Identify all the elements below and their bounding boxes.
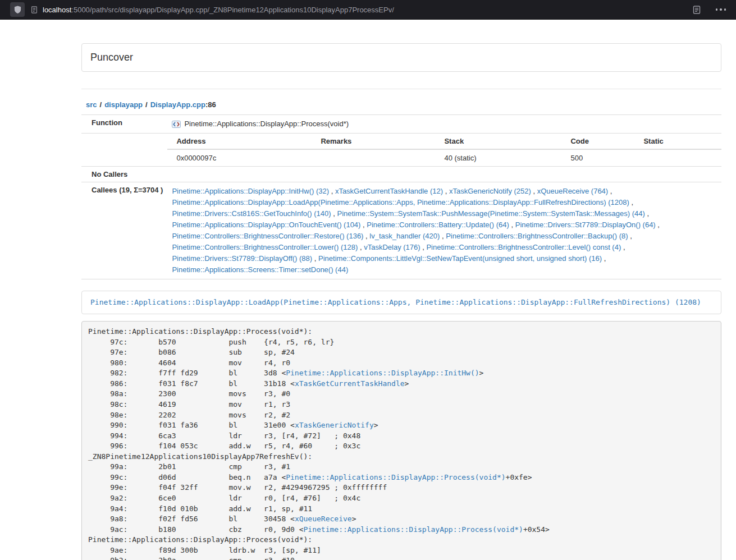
symbol-link[interactable]: Pinetime::Applications::DisplayApp::Proc… (286, 473, 505, 481)
callees-list: Pinetime::Applications::DisplayApp::Init… (167, 182, 721, 279)
callee-link[interactable]: Pinetime::Drivers::Cst816S::GetTouchInfo… (172, 209, 331, 218)
reader-view-icon (692, 5, 701, 15)
symbol-link[interactable]: Pinetime::Applications::DisplayApp::Proc… (304, 525, 523, 534)
symbol-link[interactable]: Pinetime::Applications::DisplayApp::Init… (286, 369, 479, 377)
callee-link[interactable]: Pinetime::Controllers::BrightnessControl… (172, 232, 363, 240)
function-cell: Pinetime::Applications::DisplayApp::Proc… (167, 115, 721, 134)
metrics-cell: Address Remarks Stack Code Static 0x0000… (167, 134, 721, 167)
column-header-stack: Stack (440, 134, 566, 149)
callees-header: Callees (19, Σ=3704 ) (81, 182, 167, 279)
metrics-row: Address Remarks Stack Code Static 0x0000… (81, 134, 721, 167)
column-header-remarks: Remarks (316, 134, 440, 149)
related-symbol-link[interactable]: Pinetime::Applications::DisplayApp::Load… (90, 298, 701, 306)
app-header-panel: Puncover (81, 43, 721, 72)
function-name: Pinetime::Applications::DisplayApp::Proc… (184, 118, 349, 130)
breadcrumb-line-number: :86 (205, 100, 216, 109)
callee-link[interactable]: vTaskDelay (176) (364, 243, 420, 251)
function-table: Function Pinetime::Applications::Display… (81, 114, 721, 279)
callee-link[interactable]: Pinetime::System::SystemTask::PushMessag… (337, 209, 645, 218)
page-icon (30, 6, 38, 14)
browser-menu-button[interactable] (716, 8, 726, 11)
callee-link[interactable]: xTaskGetCurrentTaskHandle (12) (335, 187, 443, 195)
browser-toolbar: localhost:5000/path/src/displayapp/Displ… (0, 0, 736, 20)
callee-link[interactable]: Pinetime::Drivers::St7789::DisplayOff() … (172, 254, 312, 263)
no-callers-header: No Callers (81, 167, 167, 182)
metrics-value-row: 0x0000097c 40 (static) 500 (167, 149, 721, 166)
callee-link[interactable]: lv_task_handler (420) (369, 232, 440, 240)
callee-link[interactable]: Pinetime::Drivers::St7789::DisplayOn() (… (515, 221, 656, 229)
url-path: :5000/path/src/displayapp/DisplayApp.cpp… (71, 6, 394, 14)
column-header-static: Static (639, 134, 721, 149)
breadcrumb-separator: / (100, 100, 102, 109)
callees-row: Callees (19, Σ=3704 ) Pinetime::Applicat… (81, 182, 721, 279)
url-bar[interactable]: localhost:5000/path/src/displayapp/Displ… (43, 6, 692, 14)
menu-dot-icon (724, 8, 726, 11)
column-header-code: Code (566, 134, 639, 149)
callee-link[interactable]: Pinetime::Components::LittleVgl::SetNewT… (318, 254, 602, 263)
breadcrumb-separator: / (145, 100, 148, 109)
no-callers-cell (167, 167, 721, 182)
metrics-header-row: Address Remarks Stack Code Static (167, 134, 721, 149)
url-host: localhost (43, 6, 71, 14)
disassembly-code: Pinetime::Applications::DisplayApp::Proc… (81, 321, 721, 560)
callee-link[interactable]: Pinetime::Applications::DisplayApp::Load… (172, 198, 629, 206)
breadcrumb-link-src[interactable]: src (86, 100, 97, 109)
stack-value: 40 (static) (440, 149, 566, 166)
callee-link[interactable]: Pinetime::Applications::Screens::Timer::… (172, 265, 348, 274)
tracking-protection-button[interactable] (10, 2, 25, 17)
breadcrumb-link-displayapp[interactable]: displayapp (104, 100, 143, 109)
divider (81, 89, 721, 89)
static-value (639, 149, 721, 166)
reader-view-button[interactable] (692, 5, 701, 15)
no-callers-row: No Callers (81, 167, 721, 182)
site-identity-button[interactable] (30, 6, 38, 14)
callee-link[interactable]: xQueueReceive (764) (537, 187, 608, 195)
toolbar-right (692, 5, 730, 15)
metrics-row-header (81, 134, 167, 167)
callee-link[interactable]: Pinetime::Applications::DisplayApp::OnTo… (172, 221, 360, 229)
metrics-table: Address Remarks Stack Code Static 0x0000… (167, 134, 721, 166)
symbol-link[interactable]: xQueueReceive (295, 515, 352, 523)
callee-link[interactable]: Pinetime::Controllers::Battery::Update()… (367, 221, 509, 229)
function-row-header: Function (81, 115, 167, 134)
page-content: Puncover src/displayapp/DisplayApp.cpp:8… (81, 43, 721, 560)
shield-icon (13, 5, 22, 14)
menu-dot-icon (720, 8, 722, 11)
callee-link[interactable]: xTaskGenericNotify (252) (449, 187, 531, 195)
menu-dot-icon (716, 8, 718, 11)
function-row: Function Pinetime::Applications::Display… (81, 115, 721, 134)
callee-link[interactable]: Pinetime::Controllers::BrightnessControl… (172, 243, 358, 251)
code-value: 500 (566, 149, 639, 166)
function-icon (172, 120, 181, 128)
callee-link[interactable]: Pinetime::Controllers::BrightnessControl… (446, 232, 628, 240)
related-symbol-panel: Pinetime::Applications::DisplayApp::Load… (81, 291, 721, 314)
callee-link[interactable]: Pinetime::Controllers::BrightnessControl… (426, 243, 621, 251)
symbol-link[interactable]: xTaskGetCurrentTaskHandle (295, 379, 405, 388)
app-title: Puncover (82, 44, 721, 71)
breadcrumb: src/displayapp/DisplayApp.cpp:86 (86, 100, 721, 109)
remarks-value (316, 149, 440, 166)
address-value: 0x0000097c (167, 149, 316, 166)
column-header-address: Address (167, 134, 316, 149)
callee-link[interactable]: Pinetime::Applications::DisplayApp::Init… (172, 187, 329, 195)
breadcrumb-link-file[interactable]: DisplayApp.cpp (150, 100, 205, 109)
symbol-link[interactable]: xTaskGenericNotify (295, 421, 374, 429)
